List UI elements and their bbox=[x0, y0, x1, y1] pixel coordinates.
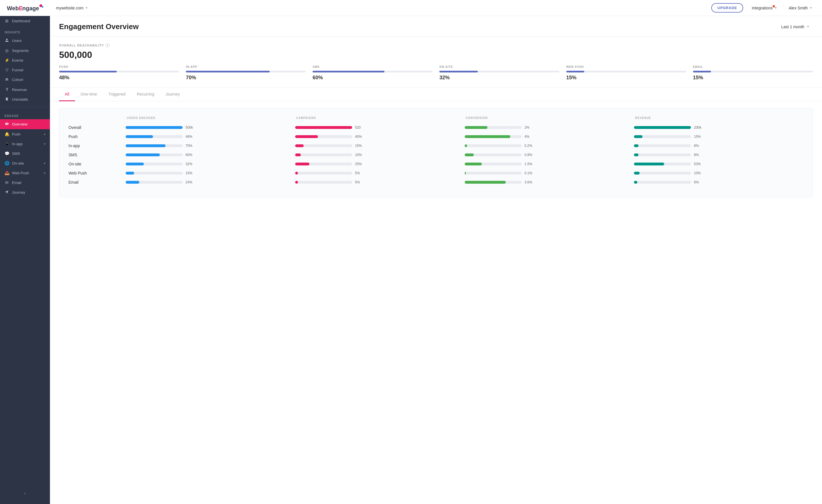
info-icon[interactable]: i bbox=[106, 43, 110, 47]
bar-fill bbox=[634, 126, 691, 129]
sidebar-item-web-push[interactable]: 📤 Web Push ▾ bbox=[0, 168, 50, 178]
sidebar-item-sms[interactable]: 💬 SMS bbox=[0, 149, 50, 158]
bar-value: 10% bbox=[355, 153, 367, 157]
sidebar-item-email[interactable]: ✉ Email bbox=[0, 178, 50, 187]
sidebar-item-label: SMS bbox=[12, 151, 20, 156]
bar-track bbox=[634, 153, 691, 156]
bar-fill bbox=[125, 172, 134, 175]
sidebar-item-label: Web Push bbox=[12, 171, 29, 175]
channel-bar-track bbox=[313, 71, 432, 72]
tab-one-time[interactable]: One-time bbox=[75, 88, 103, 101]
bar-fill bbox=[125, 126, 183, 129]
chart-col-revenue: REVENUE bbox=[634, 116, 803, 120]
bar-track bbox=[295, 144, 352, 147]
bar-track bbox=[125, 135, 183, 138]
sidebar-item-push[interactable]: 🔔 Push ▾ bbox=[0, 129, 50, 139]
chart-row: Push 48% 40% 4% 15% bbox=[68, 134, 803, 139]
sidebar-item-dashboard[interactable]: ⊞ Dashboard bbox=[0, 16, 50, 26]
integrations-button[interactable]: Integrations ▼ bbox=[749, 4, 780, 12]
bar-track bbox=[125, 172, 183, 175]
site-selector[interactable]: mywebsite.com ▼ bbox=[53, 4, 91, 12]
chart-cell-users-engaged: 48% bbox=[125, 135, 295, 139]
bar-value: 0.2% bbox=[525, 144, 536, 148]
chart-col-row-label bbox=[68, 116, 125, 120]
bar-fill bbox=[634, 135, 643, 138]
chart-cell-revenue: 6% bbox=[634, 180, 803, 184]
bar-value: 1.5% bbox=[525, 162, 536, 166]
sidebar-item-journey[interactable]: Journey bbox=[0, 187, 50, 197]
svg-point-4 bbox=[42, 6, 43, 8]
channel-item-push: PUSH 48% bbox=[59, 65, 179, 81]
channel-percent: 32% bbox=[439, 75, 559, 81]
sidebar-item-users[interactable]: Users bbox=[0, 36, 50, 46]
bar-fill bbox=[295, 181, 298, 184]
bar-fill bbox=[465, 135, 510, 138]
channel-name: EMAIL bbox=[693, 65, 813, 68]
bar-value: 200k bbox=[694, 126, 705, 129]
sidebar-item-revenue[interactable]: ₹ Revenue bbox=[0, 85, 50, 94]
user-menu-button[interactable]: Alex Smith ▼ bbox=[786, 4, 815, 12]
journey-icon bbox=[5, 190, 9, 195]
chart-cell-users-engaged: 24% bbox=[125, 180, 295, 184]
sidebar-item-funnel[interactable]: ▽ Funnel bbox=[0, 65, 50, 75]
bar-track bbox=[465, 172, 522, 175]
sidebar-divider bbox=[0, 107, 50, 107]
channel-bar-track bbox=[566, 71, 686, 72]
insights-section-label: INSIGHTS bbox=[0, 26, 50, 36]
bar-value: 15% bbox=[355, 144, 367, 148]
sidebar-item-label: On-site bbox=[12, 161, 24, 165]
tab-triggered[interactable]: Triggered bbox=[103, 88, 131, 101]
channel-name: SMS bbox=[313, 65, 432, 68]
sidebar-item-label: Segments bbox=[12, 48, 29, 53]
bar-value: 6% bbox=[694, 180, 705, 184]
chart-cell-revenue: 53% bbox=[634, 162, 803, 166]
bar-fill bbox=[465, 126, 487, 129]
integrations-chevron-icon: ▼ bbox=[774, 6, 777, 9]
bar-fill bbox=[634, 153, 639, 156]
sidebar-item-in-app[interactable]: 📱 In-app ▾ bbox=[0, 139, 50, 149]
sidebar-item-label: Events bbox=[12, 58, 23, 62]
bar-value: 0.8% bbox=[525, 153, 536, 157]
sidebar-item-segments[interactable]: ◎ Segments bbox=[0, 46, 50, 55]
date-filter-button[interactable]: Last 1 month ▼ bbox=[778, 23, 813, 31]
revenue-icon: ₹ bbox=[5, 87, 9, 92]
chart-col-conversion: CONVERSION bbox=[465, 116, 634, 120]
channel-bar-fill bbox=[693, 71, 711, 72]
chart-cell-conversion: 0.2% bbox=[465, 144, 634, 148]
channel-bar-fill bbox=[439, 71, 477, 72]
tab-journey[interactable]: Journey bbox=[160, 88, 185, 101]
chart-row-label: SMS bbox=[68, 153, 125, 157]
on-site-chevron-icon: ▾ bbox=[44, 162, 45, 165]
bar-track bbox=[465, 181, 522, 184]
web-push-icon: 📤 bbox=[5, 171, 9, 175]
sidebar-collapse-button[interactable]: ‹ bbox=[0, 487, 50, 499]
bar-track bbox=[465, 126, 522, 129]
sidebar-item-label: Uninstalls bbox=[12, 97, 28, 102]
site-name: mywebsite.com bbox=[56, 6, 83, 10]
channel-bar-track bbox=[693, 71, 813, 72]
chart-cell-campaigns: 520 bbox=[295, 126, 465, 129]
sidebar-item-label: Revenue bbox=[12, 88, 27, 92]
tab-recurring[interactable]: Recurring bbox=[131, 88, 160, 101]
sidebar-item-uninstalls[interactable]: Uninstalls bbox=[0, 94, 50, 104]
upgrade-button[interactable]: UPGRADE bbox=[711, 3, 744, 13]
chart-cell-users-engaged: 60% bbox=[125, 153, 295, 157]
tab-all[interactable]: All bbox=[59, 88, 75, 101]
sidebar-item-cohort[interactable]: Cohort bbox=[0, 75, 50, 85]
sidebar-item-on-site[interactable]: 🌐 On-site ▾ bbox=[0, 158, 50, 168]
bar-track bbox=[634, 181, 691, 184]
bar-value: 8% bbox=[694, 144, 705, 148]
chart-cell-revenue: 8% bbox=[634, 153, 803, 157]
channel-bar-fill bbox=[566, 71, 584, 72]
chart-row-label: On-site bbox=[68, 162, 125, 166]
channel-bar-fill bbox=[313, 71, 384, 72]
chart-row: Email 24% 5% 3.6% 6% bbox=[68, 180, 803, 185]
bar-fill bbox=[295, 163, 309, 165]
site-chevron-icon: ▼ bbox=[85, 6, 88, 9]
in-app-icon: 📱 bbox=[5, 141, 9, 146]
chart-cell-conversion: 0.8% bbox=[465, 153, 634, 157]
sidebar-item-events[interactable]: ⚡ Events bbox=[0, 55, 50, 65]
bar-fill bbox=[125, 153, 160, 156]
sidebar-item-overview[interactable]: Overview bbox=[0, 119, 50, 129]
bar-track bbox=[634, 172, 691, 175]
